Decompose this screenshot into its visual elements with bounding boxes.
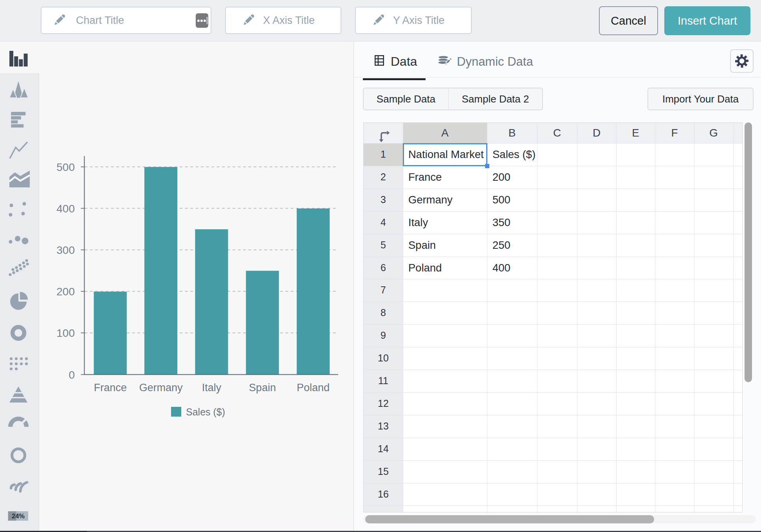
svg-text:Italy: Italy: [202, 382, 222, 394]
svg-text:0: 0: [69, 369, 75, 381]
svg-text:France: France: [94, 382, 127, 394]
svg-text:500: 500: [56, 161, 75, 173]
svg-text:200: 200: [56, 286, 75, 298]
svg-text:24%: 24%: [12, 512, 25, 519]
svg-text:Germany: Germany: [139, 382, 183, 394]
svg-text:400: 400: [56, 203, 75, 215]
svg-text:100: 100: [56, 327, 75, 339]
svg-text:Poland: Poland: [297, 382, 330, 394]
svg-text:300: 300: [56, 244, 75, 256]
svg-text:Sales ($): Sales ($): [186, 406, 225, 417]
svg-text:Spain: Spain: [249, 382, 276, 394]
